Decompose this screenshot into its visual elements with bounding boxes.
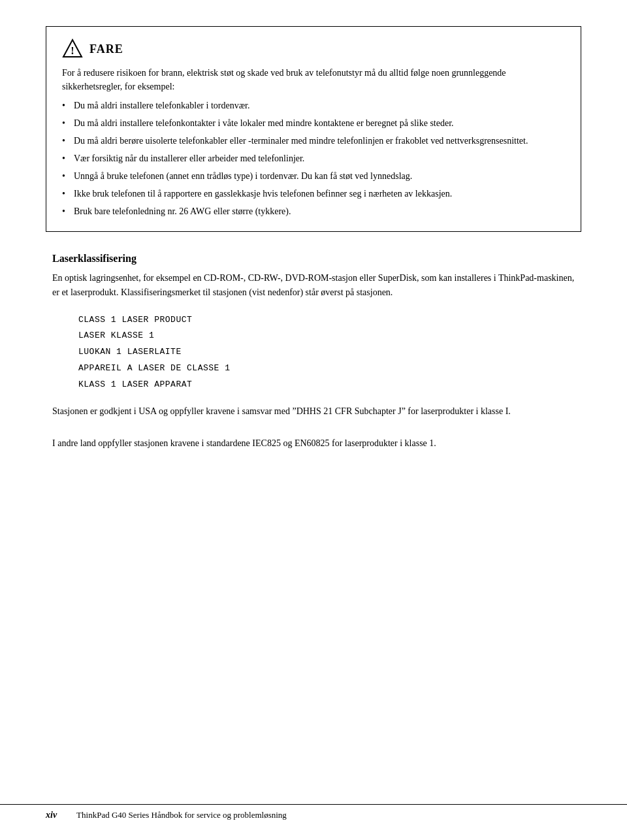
warning-list-item: Unngå å bruke telefonen (annet enn trådl… <box>62 169 565 183</box>
laser-label-line: LASER KLASSE 1 <box>78 328 575 344</box>
warning-list-item: Ikke bruk telefonen til å rapportere en … <box>62 187 565 201</box>
warning-list-item: Du må aldri installere telefonkontakter … <box>62 116 565 130</box>
warning-list-item: Bruk bare telefonledning nr. 26 AWG elle… <box>62 204 565 218</box>
laser-section-title: Laserklassifisering <box>52 253 575 265</box>
laser-paragraph3: I andre land oppfyller stasjonen kravene… <box>52 436 575 451</box>
warning-list-item: Vær forsiktig når du installerer eller a… <box>62 152 565 165</box>
main-content: Laserklassifisering En optisk lagringsen… <box>46 253 581 451</box>
page: ! FARE For å redusere risikoen for brann… <box>0 0 627 840</box>
footer-page-number: xiv <box>46 810 57 820</box>
warning-list-item: Du må aldri berøre uisolerte telefonkabl… <box>62 134 565 148</box>
laser-paragraph2: Stasjonen er godkjent i USA og oppfyller… <box>52 404 575 419</box>
warning-intro: For å redusere risikoen for brann, elekt… <box>62 66 565 93</box>
warning-list: Du må aldri installere telefonkabler i t… <box>62 99 565 218</box>
warning-list-item: Du må aldri installere telefonkabler i t… <box>62 99 565 112</box>
laser-label-line: APPAREIL A LASER DE CLASSE 1 <box>78 361 575 377</box>
warning-header: ! FARE <box>62 39 565 59</box>
svg-text:!: ! <box>71 45 74 56</box>
laser-label-line: CLASS 1 LASER PRODUCT <box>78 312 575 329</box>
laser-label-box: CLASS 1 LASER PRODUCTLASER KLASSE 1LUOKA… <box>78 312 575 393</box>
warning-title: FARE <box>89 42 123 56</box>
laser-label-line: KLASS 1 LASER APPARAT <box>78 377 575 393</box>
laser-paragraph1: En optisk lagringsenhet, for eksempel en… <box>52 271 575 300</box>
footer: xiv ThinkPad G40 Series Håndbok for serv… <box>0 804 627 820</box>
warning-icon: ! <box>62 39 83 59</box>
warning-box: ! FARE For å redusere risikoen for brann… <box>46 26 581 232</box>
footer-title: ThinkPad G40 Series Håndbok for service … <box>76 810 287 820</box>
laser-label-line: LUOKAN 1 LASERLAITE <box>78 344 575 361</box>
